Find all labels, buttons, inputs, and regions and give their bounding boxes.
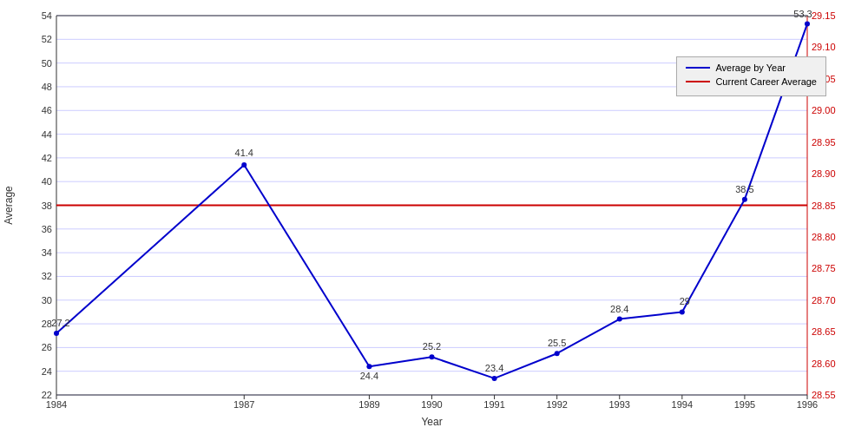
legend-line-red <box>686 81 710 82</box>
svg-line-80 <box>620 312 682 319</box>
svg-text:28.60: 28.60 <box>812 358 836 369</box>
svg-text:Year: Year <box>421 416 442 428</box>
svg-text:46: 46 <box>42 105 52 115</box>
svg-text:23.4: 23.4 <box>485 363 503 373</box>
svg-text:27.2: 27.2 <box>51 318 69 328</box>
svg-text:28.4: 28.4 <box>610 304 628 314</box>
svg-line-75 <box>244 165 369 366</box>
svg-text:28.90: 28.90 <box>812 168 836 179</box>
svg-text:38.5: 38.5 <box>735 184 753 194</box>
svg-text:36: 36 <box>42 224 52 234</box>
svg-text:28.95: 28.95 <box>812 137 836 148</box>
svg-text:1987: 1987 <box>233 399 254 410</box>
svg-text:40: 40 <box>42 176 52 187</box>
svg-point-99 <box>742 197 747 202</box>
svg-line-78 <box>495 353 557 378</box>
svg-line-82 <box>745 24 807 200</box>
svg-point-83 <box>54 331 59 336</box>
svg-text:1994: 1994 <box>672 399 693 410</box>
svg-point-89 <box>430 354 435 359</box>
svg-point-87 <box>366 364 372 369</box>
svg-text:1990: 1990 <box>421 399 442 410</box>
svg-text:48: 48 <box>42 82 52 92</box>
svg-line-81 <box>682 200 745 312</box>
svg-text:25.2: 25.2 <box>423 341 441 352</box>
svg-text:28.80: 28.80 <box>812 232 836 242</box>
svg-text:25.5: 25.5 <box>548 338 566 348</box>
svg-text:30: 30 <box>42 295 52 306</box>
svg-text:1984: 1984 <box>46 399 67 410</box>
svg-text:26: 26 <box>42 342 52 352</box>
svg-text:34: 34 <box>42 247 52 258</box>
svg-text:29.10: 29.10 <box>812 42 836 52</box>
svg-text:29.00: 29.00 <box>812 105 836 115</box>
svg-point-97 <box>680 309 685 314</box>
legend-item-average-by-year: Average by Year <box>686 62 817 73</box>
svg-text:50: 50 <box>42 58 52 69</box>
svg-text:53.3: 53.3 <box>793 9 812 19</box>
chart-container: // Will be drawn via JS below 2224262830… <box>0 0 868 434</box>
svg-text:28.75: 28.75 <box>812 263 836 273</box>
svg-text:1993: 1993 <box>609 399 630 410</box>
svg-point-91 <box>492 376 497 381</box>
svg-text:29: 29 <box>680 296 690 306</box>
legend-line-blue <box>686 67 710 69</box>
svg-text:24: 24 <box>42 366 52 377</box>
legend-item-career-average: Current Career Average <box>686 76 817 87</box>
svg-line-76 <box>369 357 431 366</box>
svg-text:52: 52 <box>42 34 52 44</box>
svg-text:28: 28 <box>42 319 52 329</box>
svg-point-93 <box>555 351 560 356</box>
svg-text:41.4: 41.4 <box>235 148 253 158</box>
svg-text:28.85: 28.85 <box>812 201 836 211</box>
svg-text:54: 54 <box>42 10 52 21</box>
svg-text:38: 38 <box>42 201 52 211</box>
svg-text:28.65: 28.65 <box>812 326 836 337</box>
svg-text:1995: 1995 <box>734 399 755 410</box>
svg-text:1989: 1989 <box>358 399 379 410</box>
svg-text:1996: 1996 <box>797 399 818 410</box>
svg-text:Average: Average <box>3 186 15 225</box>
svg-text:42: 42 <box>42 153 52 163</box>
svg-point-101 <box>805 22 810 27</box>
svg-text:24.4: 24.4 <box>360 371 378 381</box>
svg-text:32: 32 <box>42 271 52 281</box>
svg-line-74 <box>56 165 244 333</box>
legend-label-career-average: Current Career Average <box>715 76 817 87</box>
svg-text:1992: 1992 <box>546 399 567 410</box>
svg-point-85 <box>241 162 247 168</box>
svg-text:44: 44 <box>42 129 52 140</box>
svg-text:1991: 1991 <box>483 399 504 410</box>
legend-label-average-by-year: Average by Year <box>715 62 786 73</box>
chart-legend: Average by Year Current Career Average <box>676 56 826 96</box>
svg-text:29.15: 29.15 <box>812 10 836 21</box>
svg-text:28.70: 28.70 <box>812 295 836 306</box>
svg-point-95 <box>617 317 622 322</box>
